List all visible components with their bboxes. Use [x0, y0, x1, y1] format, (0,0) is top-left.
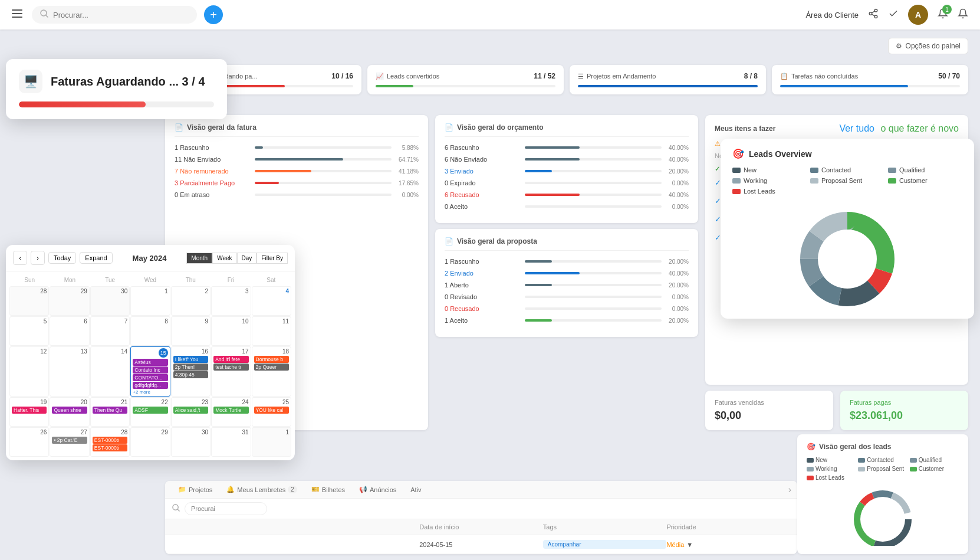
event[interactable]: 2p Then! — [173, 363, 208, 371]
more-events-link[interactable]: +2 more — [133, 389, 167, 395]
priority-cell[interactable]: Média ▼ — [666, 541, 790, 548]
stat-card-tasks[interactable]: 📋 Tarefas não concluídas 50 / 70 — [772, 65, 968, 94]
svg-point-15 — [860, 497, 905, 542]
stat-card-4-title: Tarefas não concluídas — [791, 73, 858, 80]
panel-options-label: Opções do painel — [906, 42, 961, 50]
invoice-popup-progress-bar — [19, 101, 214, 107]
svg-rect-1 — [12, 13, 22, 14]
share-icon[interactable] — [868, 8, 879, 22]
leads-bottom-legend: New Contacted Qualified Working Proposal… — [807, 457, 959, 481]
event[interactable]: ADSF — [133, 407, 167, 414]
event[interactable]: 4:30p 45 — [173, 371, 208, 378]
event[interactable]: test tache ti — [213, 363, 248, 371]
event[interactable]: Alice said,'t — [173, 407, 208, 414]
event[interactable]: 2p Queer — [254, 363, 289, 371]
faturas-vencidas-value: $0,00 — [715, 410, 824, 422]
leads-icon: 📈 — [376, 73, 384, 80]
bell-icon[interactable] — [958, 8, 968, 22]
stat-card-leads[interactable]: 📈 Leads convertidos 11 / 52 — [367, 65, 564, 94]
leads-mini-donut — [807, 487, 959, 546]
event[interactable]: EST-0000ti — [93, 437, 127, 444]
calendar-grid: Sun Mon Tue Wed Thu Fri Sat 28 29 30 1 2… — [6, 271, 295, 460]
avatar[interactable]: A — [908, 5, 928, 25]
faturas-pagas-title: Faturas pagas — [850, 399, 959, 406]
event[interactable]: • 2p Cat.'E — [52, 437, 87, 444]
area-cliente-label: Área do Cliente — [805, 11, 859, 19]
tab-anuncios[interactable]: 📢 Anúncios — [352, 481, 403, 498]
notification-icon[interactable]: 1 — [938, 8, 948, 21]
todo-header: Meus itens a fazer Ver tudo o que fazer … — [715, 123, 959, 134]
table-search-input[interactable] — [185, 502, 267, 515]
hamburger-icon[interactable] — [12, 9, 22, 20]
event[interactable]: EST-0000ti — [93, 444, 127, 451]
leads-overview-title: Leads Overview — [749, 149, 812, 159]
bottom-tabs-bar: 📁 Projetos 🔔 Meus Lembretes 2 🎫 Bilhetes… — [165, 481, 797, 499]
tabs-more-icon[interactable]: › — [788, 484, 791, 495]
projects-tab-icon: 📁 — [178, 486, 186, 493]
search-input[interactable] — [53, 11, 189, 19]
calendar-view-selector: Month Week Day Filter By — [186, 253, 288, 264]
calendar-next-button[interactable]: › — [31, 251, 45, 265]
add-button[interactable]: + — [204, 5, 223, 24]
event[interactable]: And it'l fete — [213, 356, 248, 363]
event[interactable]: Astvius — [133, 359, 167, 366]
stat-card-4-value: 50 / 70 — [938, 72, 960, 80]
invoice-popup-card: 🖥️ Faturas Aguardando ... 3 / 4 — [6, 59, 227, 119]
todo-link-new[interactable]: o que fazer é novo — [880, 123, 959, 133]
tab-ativ[interactable]: Ativ — [403, 482, 428, 498]
event[interactable]: CONTATO... — [133, 374, 167, 381]
calendar-filter-button[interactable]: Filter By — [256, 253, 288, 264]
leads-overview-card: 🎯 Leads Overview New Contacted Qualified… — [721, 139, 974, 319]
todo-link-all[interactable]: Ver tudo — [839, 123, 874, 133]
event[interactable]: I like'f' You — [173, 356, 208, 363]
stat-card-projects[interactable]: ☰ Projetos em Andamento 8 / 8 — [570, 65, 766, 94]
stat-card-3-value: 8 / 8 — [744, 72, 758, 80]
calendar-day-view-button[interactable]: Day — [237, 253, 257, 264]
calendar-today-button[interactable]: Today — [48, 252, 76, 264]
calendar-prev-button[interactable]: ‹ — [13, 251, 27, 265]
reminders-badge: 2 — [288, 486, 297, 493]
nav-right: Área do Cliente A 1 — [805, 5, 968, 25]
calendar-day-headers: Sun Mon Tue Wed Thu Fri Sat — [9, 275, 291, 285]
leads-bottom-title: 🎯 Visão geral dos leads — [807, 443, 959, 451]
event[interactable]: gdfgdgfdg... — [133, 382, 167, 389]
invoice-popup-progress-fill — [19, 101, 146, 107]
ov-label-0: 1 Rascunho — [175, 144, 251, 151]
svg-point-6 — [874, 15, 877, 18]
faturas-vencidas-card: Faturas vencidas $0,00 — [705, 391, 833, 430]
ov-label-3: 3 Parcialmente Pago — [175, 179, 251, 186]
calendar-week-view-button[interactable]: Week — [212, 253, 236, 264]
bottom-tabs-section: 📁 Projetos 🔔 Meus Lembretes 2 🎫 Bilhetes… — [165, 481, 797, 554]
calendar-expand-button[interactable]: Expand — [80, 252, 112, 264]
tab-bilhetes[interactable]: 🎫 Bilhetes — [304, 481, 352, 498]
table-row: 2024-05-15 Acompanhar Média ▼ — [165, 535, 797, 554]
check-icon[interactable] — [888, 8, 899, 22]
leads-card-icon: 🎯 — [732, 148, 744, 159]
calendar-card: ‹ › Today Expand May 2024 Month Week Day… — [6, 245, 295, 460]
event[interactable]: Contato Inc — [133, 366, 167, 374]
event[interactable]: Queen shrie — [52, 407, 87, 414]
stat-card-2-value: 11 / 52 — [534, 72, 555, 80]
invoice-doc-icon: 📄 — [175, 123, 183, 132]
stat-card-1-value: 10 / 16 — [331, 72, 353, 80]
tab-lembretes[interactable]: 🔔 Meus Lembretes 2 — [219, 481, 304, 498]
event[interactable]: Hatter. This — [12, 407, 47, 414]
svg-line-7 — [872, 14, 874, 16]
event[interactable]: YOU like cal — [254, 407, 289, 414]
search-bar[interactable] — [32, 6, 197, 24]
table-search-row — [165, 499, 797, 519]
event[interactable]: Dormouse b — [254, 356, 289, 363]
stat-card-3-title: Projetos em Andamento — [587, 73, 656, 80]
table-search-icon — [172, 503, 180, 514]
tab-projetos[interactable]: 📁 Projetos — [171, 481, 219, 498]
svg-rect-2 — [12, 17, 22, 18]
event[interactable]: Then the Qu — [93, 407, 127, 414]
invoice-overview-title: 📄 Visão geral da fatura — [175, 123, 419, 137]
event[interactable]: Mock Turtle — [213, 407, 248, 414]
faturas-row: Faturas vencidas $0,00 Faturas pagas $23… — [705, 391, 968, 430]
calendar-month-view-button[interactable]: Month — [186, 253, 212, 264]
invoice-popup-title: Faturas Aguardando ... 3 / 4 — [51, 75, 205, 89]
projects-icon: ☰ — [578, 73, 584, 80]
stat-card-2-title: Leads convertidos — [387, 73, 439, 80]
panel-options-button[interactable]: ⚙ Opções do painel — [888, 38, 968, 54]
